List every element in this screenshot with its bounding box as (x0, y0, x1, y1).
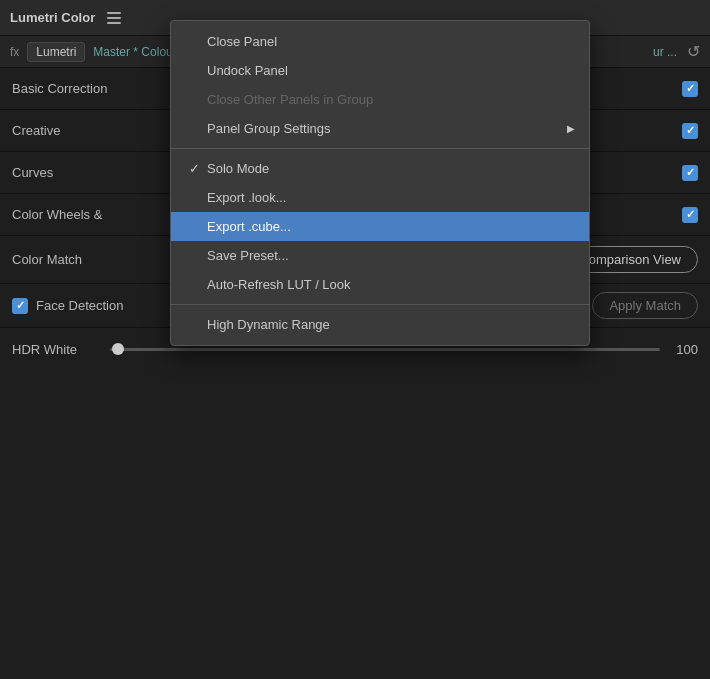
context-menu: Close PanelUndock PanelClose Other Panel… (170, 20, 590, 346)
menu-item-label: Export .look... (207, 190, 571, 205)
reset-button[interactable]: ↺ (687, 42, 700, 61)
hdr-white-label: HDR White (12, 342, 102, 357)
hamburger-menu-button[interactable] (103, 7, 125, 29)
menu-item-label: Save Preset... (207, 248, 571, 263)
hamburger-line (107, 17, 121, 19)
menu-checkmark: ✓ (189, 161, 207, 176)
effect-name[interactable]: Lumetri (27, 42, 85, 62)
menu-divider (171, 148, 589, 149)
color-wheels-checkbox[interactable] (682, 207, 698, 223)
menu-item-high-dynamic-range[interactable]: High Dynamic Range (171, 310, 589, 339)
menu-item-label: Solo Mode (207, 161, 571, 176)
menu-item-close-other-panels: Close Other Panels in Group (171, 85, 589, 114)
fx-label: fx (10, 45, 19, 59)
menu-item-label: Undock Panel (207, 63, 571, 78)
menu-item-undock-panel[interactable]: Undock Panel (171, 56, 589, 85)
menu-item-label: Close Other Panels in Group (207, 92, 571, 107)
hdr-white-slider-thumb[interactable] (112, 343, 124, 355)
menu-item-label: Close Panel (207, 34, 571, 49)
menu-item-save-preset[interactable]: Save Preset... (171, 241, 589, 270)
panel-title: Lumetri Color (10, 10, 95, 25)
master-suffix: ur ... (653, 45, 677, 59)
menu-item-close-panel[interactable]: Close Panel (171, 27, 589, 56)
menu-item-label: Export .cube... (207, 219, 571, 234)
menu-item-export-cube[interactable]: Export .cube... (171, 212, 589, 241)
menu-item-label: High Dynamic Range (207, 317, 571, 332)
face-detection-checkbox[interactable] (12, 298, 28, 314)
curves-checkbox[interactable] (682, 165, 698, 181)
apply-match-button[interactable]: Apply Match (592, 292, 698, 319)
creative-checkbox[interactable] (682, 123, 698, 139)
menu-item-label: Auto-Refresh LUT / Look (207, 277, 571, 292)
basic-correction-checkbox[interactable] (682, 81, 698, 97)
menu-item-solo-mode[interactable]: ✓Solo Mode (171, 154, 589, 183)
menu-item-export-look[interactable]: Export .look... (171, 183, 589, 212)
hdr-white-value: 100 (668, 342, 698, 357)
hamburger-line (107, 12, 121, 14)
menu-item-panel-group-settings[interactable]: Panel Group Settings (171, 114, 589, 143)
menu-item-label: Panel Group Settings (207, 121, 571, 136)
menu-item-auto-refresh[interactable]: Auto-Refresh LUT / Look (171, 270, 589, 299)
face-detection-label: Face Detection (36, 298, 123, 313)
hamburger-line (107, 22, 121, 24)
menu-divider (171, 304, 589, 305)
hdr-white-slider-track[interactable] (110, 348, 660, 351)
